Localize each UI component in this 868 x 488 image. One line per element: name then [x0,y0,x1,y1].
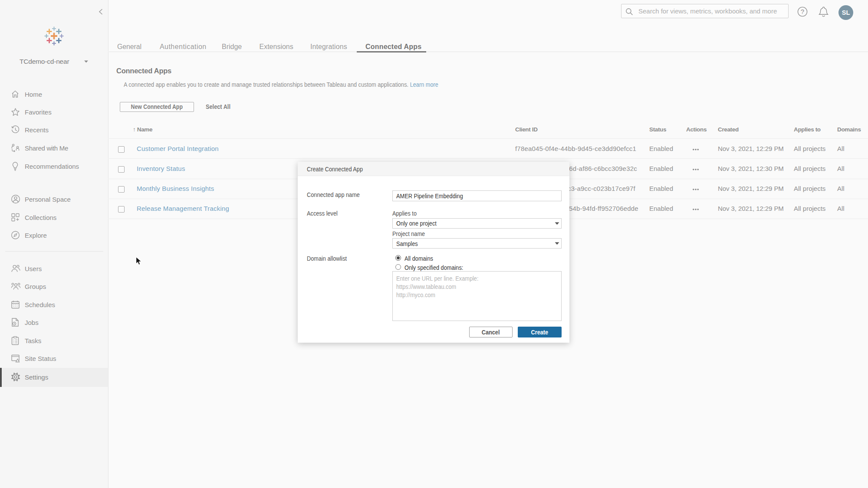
svg-text:?: ? [801,8,804,15]
